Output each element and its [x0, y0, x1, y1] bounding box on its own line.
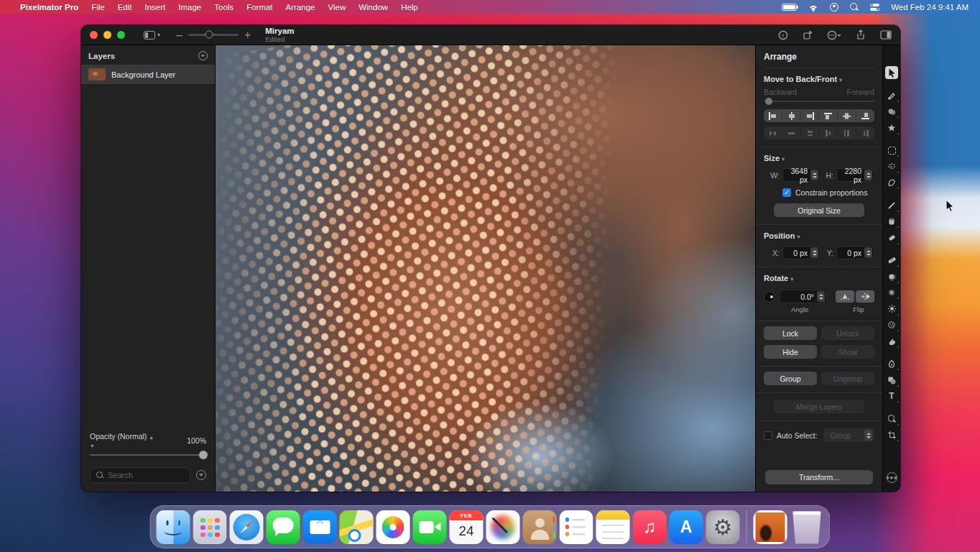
blur-tool-icon[interactable] — [885, 286, 898, 299]
repair-tool-icon[interactable] — [885, 254, 898, 267]
size-section-header[interactable]: Size▾ — [764, 154, 874, 162]
constrain-proportions-checkbox[interactable]: ✓ — [782, 188, 791, 197]
dock-reminders-icon[interactable] — [560, 510, 593, 544]
fill-tool-icon[interactable] — [885, 215, 898, 228]
menu-item-edit[interactable]: Edit — [118, 3, 132, 12]
lighten-tool-icon[interactable] — [885, 303, 898, 316]
move-backfront-slider[interactable] — [764, 101, 874, 102]
flip-vertical-button[interactable] — [836, 290, 854, 303]
dock-facetime-icon[interactable] — [413, 510, 447, 544]
menu-item-image[interactable]: Image — [178, 3, 201, 12]
transform-button[interactable]: Transform... — [765, 470, 873, 484]
color-adjustments-tool-icon[interactable] — [885, 105, 898, 118]
height-stepper[interactable] — [864, 170, 872, 180]
share-icon[interactable] — [856, 29, 866, 40]
layer-filter-icon[interactable] — [196, 470, 206, 480]
move-section-header[interactable]: Move to Back/Front▾ — [764, 75, 874, 83]
dock-mail-icon[interactable] — [303, 510, 337, 544]
dock-launchpad-icon[interactable] — [193, 510, 227, 544]
align-middle-v-button[interactable] — [838, 109, 856, 122]
dock-finder-icon[interactable] — [157, 510, 190, 544]
align-right-button[interactable] — [801, 109, 820, 122]
opacity-label[interactable]: Opacity (Normal) ▲▼ — [90, 432, 153, 449]
dock-safari-icon[interactable] — [230, 510, 264, 544]
more-icon[interactable] — [827, 30, 841, 40]
search-input[interactable] — [108, 471, 184, 479]
crop-tool-icon[interactable] — [885, 428, 898, 441]
wifi-icon[interactable] — [808, 3, 818, 11]
position-section-header[interactable]: Position▾ — [764, 231, 874, 240]
layer-search-field[interactable] — [90, 467, 190, 483]
paint-tool-icon[interactable] — [885, 89, 898, 102]
rect-select-tool-icon[interactable] — [885, 144, 898, 157]
toggle-sidebar-button[interactable]: ▾ — [144, 31, 160, 40]
erase-tool-icon[interactable] — [885, 231, 898, 244]
width-field[interactable]: 3648 px — [782, 168, 820, 182]
noise-tool-icon[interactable] — [885, 318, 898, 331]
shape-tool-icon[interactable] — [885, 374, 898, 387]
opacity-slider-knob[interactable] — [199, 451, 208, 459]
lock-button[interactable]: Lock — [764, 326, 817, 340]
effects-tool-icon[interactable] — [885, 121, 898, 134]
distribute-center-h-button[interactable] — [782, 126, 801, 139]
move-slider-knob[interactable] — [765, 98, 772, 105]
ungroup-button[interactable]: Ungroup — [821, 372, 874, 385]
quick-select-tool-icon[interactable] — [885, 176, 898, 189]
pen-tool-icon[interactable] — [885, 357, 898, 370]
height-field[interactable]: 2280 px — [836, 168, 874, 182]
add-layer-button[interactable]: + — [198, 51, 208, 60]
align-bottom-button[interactable] — [856, 109, 874, 122]
smudge-tool-icon[interactable] — [885, 335, 898, 348]
hide-button[interactable]: Hide — [764, 345, 817, 359]
flip-horizontal-button[interactable] — [856, 290, 874, 303]
title-bar[interactable]: ▾ – + Miryam Edited i — [81, 25, 900, 45]
arrange-tool-icon[interactable] — [885, 66, 898, 79]
dock-recent-document-icon[interactable] — [754, 510, 787, 544]
x-stepper[interactable] — [810, 247, 818, 258]
type-tool-icon[interactable]: T — [885, 390, 898, 402]
dock-system-preferences-icon[interactable]: ⚙ — [706, 510, 740, 544]
angle-field[interactable]: 0.0° — [780, 290, 827, 303]
user-icon[interactable] — [830, 3, 838, 12]
dock-music-icon[interactable]: ♫ — [633, 510, 667, 544]
minimize-button[interactable] — [103, 31, 111, 39]
merge-layers-button[interactable]: Merge Layers — [774, 400, 864, 413]
distribute-top-button[interactable] — [819, 126, 838, 139]
zoom-out-button[interactable]: – — [176, 29, 182, 42]
layer-row-background[interactable]: Background Layer — [81, 65, 215, 84]
zoom-in-button[interactable]: + — [244, 29, 251, 42]
y-stepper[interactable] — [864, 247, 872, 258]
y-field[interactable]: 0 px — [836, 246, 874, 259]
original-size-button[interactable]: Original Size — [774, 203, 864, 217]
retouch-line-tool-icon[interactable] — [885, 199, 898, 212]
align-left-button[interactable] — [764, 109, 782, 122]
dock-photos-icon[interactable] — [376, 510, 410, 544]
dock-pixelmator-icon[interactable] — [486, 510, 520, 544]
info-icon[interactable]: i — [778, 30, 788, 40]
dock-appstore-icon[interactable]: A — [670, 510, 703, 544]
unlock-button[interactable]: Unlock — [821, 326, 874, 340]
canvas-area[interactable] — [216, 45, 755, 492]
distribute-left-button[interactable] — [764, 126, 782, 139]
group-button[interactable]: Group — [764, 372, 817, 385]
angle-stepper[interactable] — [817, 291, 825, 302]
show-sidebar-icon[interactable] — [880, 30, 892, 40]
more-tools-icon[interactable]: ●●● — [887, 472, 897, 483]
clone-tool-icon[interactable] — [885, 270, 898, 283]
dock-notes-icon[interactable] — [596, 510, 630, 544]
dock-calendar-icon[interactable]: FEB 24 — [450, 510, 484, 544]
auto-select-dropdown[interactable]: Group — [823, 428, 874, 442]
menu-item-format[interactable]: Format — [246, 3, 272, 12]
menu-item-view[interactable]: View — [328, 3, 346, 12]
battery-icon[interactable] — [782, 4, 797, 11]
distribute-bottom-button[interactable] — [856, 126, 874, 139]
rotate-section-header[interactable]: Rotate▾ — [764, 274, 874, 282]
menu-item-tools[interactable]: Tools — [214, 3, 234, 12]
dock-trash-icon[interactable] — [790, 510, 824, 544]
menu-app-name[interactable]: Pixelmator Pro — [20, 3, 78, 12]
control-center-icon[interactable] — [870, 3, 879, 11]
canvas-size-icon[interactable] — [803, 30, 813, 40]
dock-contacts-icon[interactable] — [523, 510, 557, 544]
x-field[interactable]: 0 px — [782, 246, 820, 259]
spotlight-icon[interactable] — [850, 3, 859, 12]
